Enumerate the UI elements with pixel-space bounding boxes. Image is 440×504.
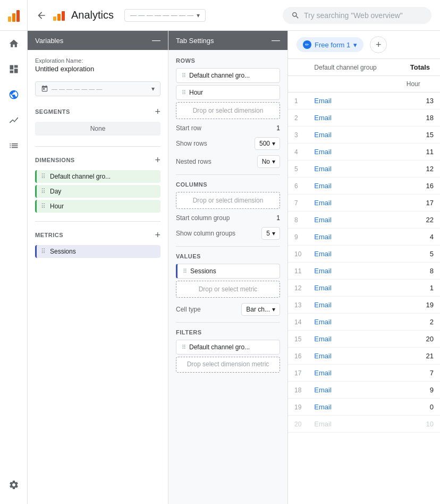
drag-handle-icon: ⠿ [41, 203, 46, 210]
dimension-hour[interactable]: ⠿ Hour [35, 200, 160, 213]
nav-reports[interactable] [0, 56, 28, 82]
tab-settings-header: Tab Settings — [168, 31, 287, 50]
nav-explore[interactable] [0, 82, 28, 107]
row-channel[interactable]: Email [308, 229, 400, 246]
data-table-wrapper: Default channel group Totals Hour [288, 59, 440, 504]
date-range-text: — — — — — — — [52, 86, 102, 92]
date-range-selector[interactable]: — — — — — — — [35, 81, 160, 96]
value-sessions[interactable]: ⠿ Sessions [176, 264, 280, 279]
app-title: Analytics [71, 9, 114, 21]
table-row: 4Email11 [288, 144, 440, 161]
table-row: 14Email2 [288, 314, 440, 331]
columns-section-title: COLUMNS [176, 181, 280, 188]
row-number: 14 [288, 314, 308, 331]
table-row: 11Email8 [288, 263, 440, 280]
drag-handle-icon: ⠿ [183, 268, 187, 275]
row-channel[interactable]: Email [308, 127, 400, 144]
tab-dropdown-icon [353, 41, 357, 49]
row-channel[interactable]: Email [308, 348, 400, 365]
col-channel-subheader [308, 76, 400, 93]
row-number: 13 [288, 297, 308, 314]
segments-section-header: SEGMENTS + [35, 107, 160, 116]
add-tab-button[interactable]: + [370, 36, 387, 53]
divider-values [176, 246, 280, 247]
row-channel[interactable]: Email [308, 93, 400, 110]
show-column-groups-value: 5 [266, 230, 270, 237]
nested-rows-select[interactable]: No [257, 155, 280, 168]
row-channel[interactable]: Email [308, 416, 400, 433]
tab-settings-title: Tab Settings [176, 37, 214, 45]
row-channel[interactable]: Email [308, 365, 400, 382]
add-segment-button[interactable]: + [155, 107, 160, 116]
row-channel[interactable]: Email [308, 331, 400, 348]
dimension-default-channel[interactable]: ⠿ Default channel gro... [35, 170, 160, 183]
row-channel[interactable]: Email [308, 144, 400, 161]
nav-home[interactable] [0, 31, 28, 56]
back-button[interactable] [36, 10, 47, 21]
show-column-groups-select[interactable]: 5 [261, 227, 280, 240]
col-channel-header: Default channel group [308, 59, 400, 76]
show-rows-select[interactable]: 500 [255, 137, 280, 150]
dimension-day[interactable]: ⠿ Day [35, 185, 160, 198]
values-drop-zone[interactable]: Drop or select metric [176, 281, 280, 298]
filter-default-channel[interactable]: ⠿ Default channel gro... [176, 340, 280, 355]
row-hour[interactable]: ⠿ Hour [176, 85, 280, 100]
add-metric-button[interactable]: + [155, 230, 160, 240]
dimensions-section-header: DIMENSIONS + [35, 155, 160, 165]
row-channel[interactable]: Email [308, 382, 400, 399]
dimension-label: Default channel gro... [50, 173, 111, 180]
row-number: 16 [288, 348, 308, 365]
segment-none: None [35, 122, 160, 136]
search-bar[interactable]: Try searching "Web overview" [283, 7, 431, 24]
col-hour-subheader: Hour [400, 76, 440, 93]
filter-drop-zone[interactable]: Drop select dimension metric [176, 357, 280, 373]
row-value: 0 [400, 399, 440, 416]
row-channel[interactable]: Email [308, 246, 400, 263]
row-channel[interactable]: Email [308, 314, 400, 331]
row-number: 4 [288, 144, 308, 161]
cell-type-value: Bar ch... [246, 306, 270, 313]
row-channel[interactable]: Email [308, 178, 400, 195]
row-channel[interactable]: Email [308, 280, 400, 297]
analytics-bars-icon [8, 9, 20, 22]
start-column-label: Start column group [176, 214, 272, 222]
row-channel[interactable]: Email [308, 399, 400, 416]
table-row: 12Email1 [288, 280, 440, 297]
nav-advertising[interactable] [0, 107, 28, 133]
row-channel[interactable]: Email [308, 195, 400, 212]
table-row: 2Email18 [288, 110, 440, 127]
date-chevron-icon [151, 85, 155, 93]
add-dimension-button[interactable]: + [155, 155, 160, 165]
drag-handle-icon: ⠿ [182, 344, 186, 351]
property-selector[interactable]: — — — — — — — — [124, 9, 206, 22]
variables-minimize-button[interactable]: — [152, 36, 160, 45]
table-row: 9Email4 [288, 229, 440, 246]
row-channel[interactable]: Email [308, 297, 400, 314]
row-number: 3 [288, 127, 308, 144]
row-value: 21 [400, 348, 440, 365]
row-value: 19 [400, 297, 440, 314]
metric-sessions[interactable]: ⠿ Sessions [35, 245, 160, 258]
variables-panel: Variables — Exploration Name: Untitled e… [28, 31, 168, 504]
row-channel[interactable]: Email [308, 263, 400, 280]
col-num-header [288, 59, 308, 76]
row-value: 12 [400, 161, 440, 178]
row-channel[interactable]: Email [308, 161, 400, 178]
row-number: 19 [288, 399, 308, 416]
row-number: 5 [288, 161, 308, 178]
row-drop-zone[interactable]: Drop or select dimension [176, 102, 280, 119]
metric-label: Sessions [50, 248, 76, 255]
nav-settings[interactable] [0, 472, 28, 498]
row-value: 7 [400, 365, 440, 382]
cell-type-select[interactable]: Bar ch... [241, 303, 280, 316]
free-form-tab[interactable]: ✏ Free form 1 [297, 37, 363, 52]
nav-configure[interactable] [0, 133, 28, 158]
row-default-channel[interactable]: ⠿ Default channel gro... [176, 68, 280, 83]
row-item-label: Default channel gro... [189, 72, 250, 79]
filter-item-label: Default channel gro... [189, 343, 250, 351]
columns-drop-zone[interactable]: Drop or select dimension [176, 192, 280, 209]
dimension-label: Hour [50, 203, 64, 210]
row-channel[interactable]: Email [308, 110, 400, 127]
row-channel[interactable]: Email [308, 212, 400, 229]
tab-settings-minimize[interactable]: — [272, 36, 280, 45]
